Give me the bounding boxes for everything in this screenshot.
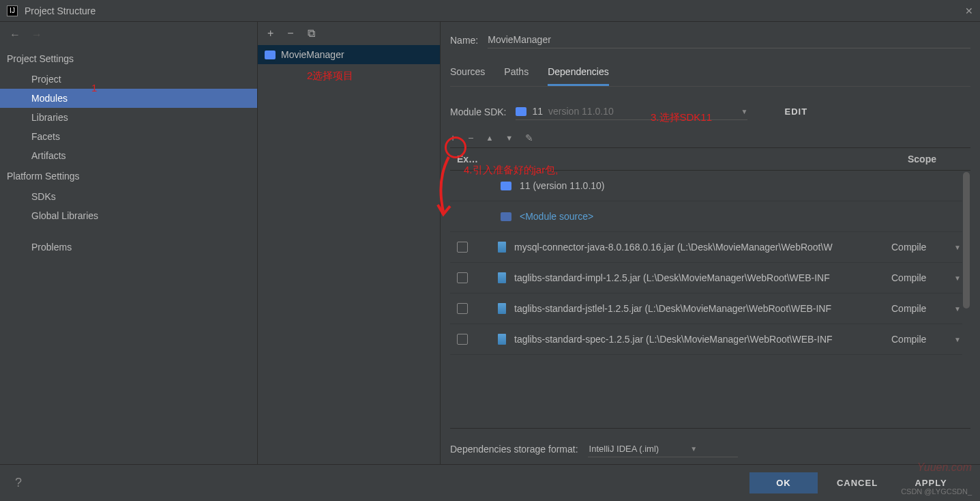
copy-module-icon[interactable]: ⧉ [308, 27, 315, 40]
sdk-name: 11 [532, 106, 543, 117]
section-project-settings: Project Settings [0, 48, 257, 70]
sidebar-item-problems[interactable]: Problems [0, 238, 257, 257]
middle-panel: + − ⧉ MovieManager [258, 22, 441, 464]
sidebar-item-libraries[interactable]: Libraries [0, 108, 257, 127]
section-platform-settings: Platform Settings [0, 165, 257, 187]
chevron-down-icon: ▼ [741, 108, 748, 115]
csdn-credit: CSDN @LYGCSDN_ [901, 487, 972, 496]
dep-row-sdk[interactable]: 11 (version 11.0.10) [450, 171, 970, 201]
sidebar-item-modules[interactable]: Modules [0, 89, 257, 108]
scrollbar-thumb[interactable] [963, 172, 970, 309]
folder-icon [265, 51, 276, 59]
sidebar-item-facets[interactable]: Facets [0, 127, 257, 146]
dep-row-jar[interactable]: taglibs-standard-impl-1.2.5.jar (L:\Desk… [450, 263, 970, 294]
storage-format-select[interactable]: IntelliJ IDEA (.iml) ▼ [588, 441, 738, 457]
dep-row-jar[interactable]: taglibs-standard-spec-1.2.5.jar (L:\Desk… [450, 324, 970, 355]
export-header: Ex… [457, 154, 478, 164]
app-icon: IJ [7, 5, 18, 16]
left-panel: ← → Project Settings Project Modules Lib… [0, 22, 258, 464]
watermark: Yuuen.com [917, 461, 972, 474]
cancel-button[interactable]: CANCEL [823, 472, 891, 493]
move-down-icon[interactable]: ▼ [505, 134, 513, 142]
sidebar-item-artifacts[interactable]: Artifacts [0, 146, 257, 165]
dep-row-jar[interactable]: taglibs-standard-jstlel-1.2.5.jar (L:\De… [450, 294, 970, 324]
scrollbar[interactable] [962, 171, 970, 428]
scope-value[interactable]: Compile [891, 272, 946, 283]
ok-button[interactable]: OK [749, 472, 818, 493]
scope-value[interactable]: Compile [891, 303, 946, 314]
tab-paths[interactable]: Paths [504, 62, 529, 86]
dependencies-list: 11 (version 11.0.10) <Module source> mys… [450, 171, 970, 428]
module-sdk-select[interactable]: 11 version 11.0.10 ▼ [516, 103, 747, 120]
help-icon[interactable]: ? [15, 476, 22, 490]
remove-dep-icon[interactable]: − [468, 132, 473, 143]
scope-value[interactable]: Compile [891, 334, 946, 345]
scope-header: Scope [908, 154, 964, 164]
dep-row-jar[interactable]: mysql-connector-java-8.0.168.0.16.jar (L… [450, 232, 970, 263]
folder-icon [501, 182, 511, 190]
nav-forward-icon[interactable]: → [31, 29, 42, 41]
sidebar-item-project[interactable]: Project [0, 70, 257, 89]
add-dep-icon[interactable]: + [450, 132, 456, 143]
storage-format-label: Dependencies storage format: [450, 444, 578, 455]
folder-icon [516, 107, 526, 116]
nav-back-icon[interactable]: ← [10, 29, 20, 41]
close-icon[interactable]: ✕ [965, 5, 973, 16]
edit-sdk-button[interactable]: EDIT [784, 106, 807, 117]
dep-row-module-source[interactable]: <Module source> [450, 201, 970, 232]
module-list-item[interactable]: MovieManager [258, 45, 440, 64]
scope-value[interactable]: Compile [891, 242, 946, 253]
export-checkbox[interactable] [457, 303, 468, 314]
edit-dep-icon[interactable]: ✎ [525, 132, 533, 143]
chevron-down-icon: ▼ [690, 445, 697, 453]
export-checkbox[interactable] [457, 242, 468, 253]
sdk-version: version 11.0.10 [548, 106, 614, 117]
add-module-icon[interactable]: + [267, 27, 273, 40]
remove-module-icon[interactable]: − [287, 27, 293, 40]
jar-icon [498, 303, 506, 314]
window-title: Project Structure [25, 5, 95, 16]
titlebar: IJ Project Structure ✕ [0, 0, 980, 22]
jar-icon [498, 242, 506, 253]
tab-dependencies[interactable]: Dependencies [548, 62, 609, 86]
name-input[interactable] [488, 31, 970, 48]
sidebar-item-global-libraries[interactable]: Global Libraries [0, 206, 257, 225]
module-sdk-label: Module SDK: [450, 106, 506, 117]
module-name: MovieManager [281, 49, 344, 60]
export-checkbox[interactable] [457, 334, 468, 345]
sidebar-item-sdks[interactable]: SDKs [0, 187, 257, 206]
name-label: Name: [450, 35, 478, 46]
folder-icon [501, 212, 511, 221]
export-checkbox[interactable] [457, 272, 468, 283]
jar-icon [498, 334, 506, 345]
right-panel: Name: Sources Paths Dependencies Module … [441, 22, 980, 464]
jar-icon [498, 272, 506, 283]
footer: ? OK CANCEL APPLY [0, 464, 980, 501]
tab-sources[interactable]: Sources [450, 62, 485, 86]
move-up-icon[interactable]: ▲ [486, 134, 493, 142]
